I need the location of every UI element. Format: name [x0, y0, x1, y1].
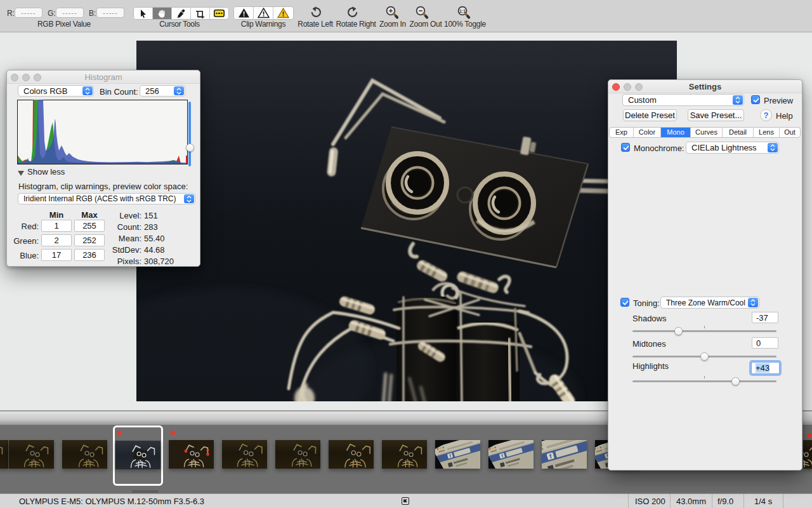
- svg-text:1:1: 1:1: [459, 9, 466, 13]
